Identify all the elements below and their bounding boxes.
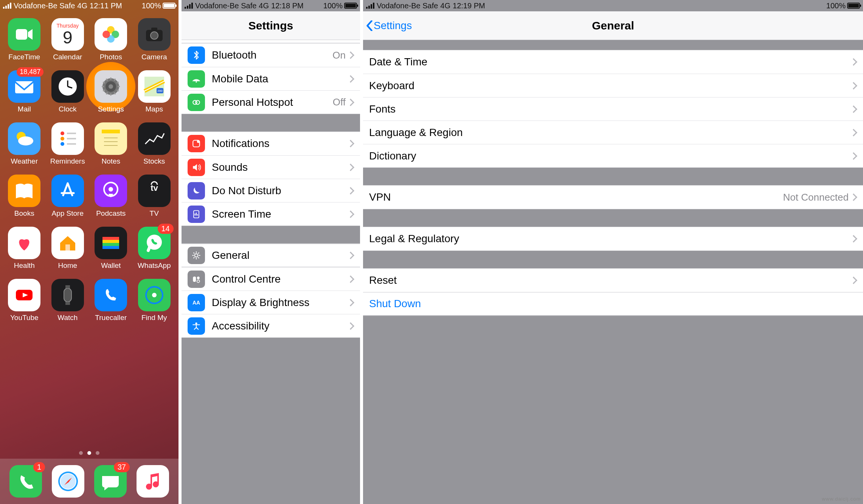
row-fonts[interactable]: Fonts	[363, 97, 863, 121]
general-icon	[188, 247, 205, 264]
page-indicator[interactable]	[0, 451, 178, 455]
status-time: 12:18 PM	[271, 2, 304, 10]
home-icon	[51, 227, 84, 259]
page-title: General	[592, 19, 634, 32]
row-display-brightness[interactable]: AADisplay & Brightness	[182, 291, 360, 314]
app-label: YouTube	[10, 314, 39, 322]
app-mail[interactable]: 18,487Mail	[6, 70, 43, 113]
chevron-right-icon	[347, 299, 354, 306]
row-language-region[interactable]: Language & Region	[363, 121, 863, 144]
dock-app-phone[interactable]: 1	[9, 465, 42, 498]
svg-rect-8	[15, 81, 33, 93]
panel-general: Vodafone-Be Safe 4G 12:19 PM 100% Settin…	[363, 0, 863, 504]
app-truecaller[interactable]: Truecaller	[93, 279, 129, 322]
clock-icon	[51, 70, 84, 103]
row-notifications[interactable]: Notifications	[182, 132, 360, 155]
row-shut-down[interactable]: Shut Down	[363, 292, 863, 315]
row-mobile-data[interactable]: Mobile Data	[182, 67, 360, 90]
row-reset[interactable]: Reset	[363, 269, 863, 292]
svg-rect-47	[102, 240, 119, 243]
back-label: Settings	[374, 20, 412, 32]
dock-app-messages[interactable]: 37	[94, 465, 127, 498]
screen-time-icon	[188, 206, 205, 223]
row-label: VPN	[369, 191, 783, 203]
weather-icon	[8, 122, 40, 155]
back-button[interactable]: Settings	[366, 20, 412, 32]
svg-rect-53	[65, 285, 70, 288]
row-label: Control Centre	[212, 273, 348, 285]
sounds-icon	[188, 159, 205, 176]
app-whatsapp[interactable]: 14WhatsApp	[136, 227, 173, 270]
podcasts-icon	[95, 175, 127, 207]
app-notes[interactable]: Notes	[93, 122, 129, 165]
app-label: Stocks	[143, 157, 165, 165]
battery-icon	[344, 3, 357, 9]
app-home[interactable]: Home	[50, 227, 86, 270]
status-time: 12:11 PM	[90, 2, 122, 10]
row-sounds[interactable]: Sounds	[182, 155, 360, 179]
svg-point-31	[18, 136, 33, 145]
row-personal-hotspot[interactable]: Personal HotspotOff	[182, 90, 360, 114]
svg-point-96	[195, 254, 198, 257]
app-watch[interactable]: Watch	[50, 279, 86, 322]
svg-rect-54	[65, 302, 70, 305]
badge: 37	[114, 462, 130, 472]
app-settings-highlighted[interactable]: Settings	[93, 70, 129, 113]
app-weather[interactable]: Weather	[6, 122, 43, 165]
svg-rect-45	[65, 244, 70, 250]
row-general[interactable]: General	[182, 244, 360, 267]
find-my-icon	[138, 279, 171, 311]
app-podcasts[interactable]: Podcasts	[93, 175, 129, 218]
app-camera[interactable]: Camera	[136, 18, 173, 61]
app-wallet[interactable]: Wallet	[93, 227, 129, 270]
app-label: Podcasts	[96, 209, 126, 218]
svg-rect-49	[102, 246, 119, 249]
accessibility-icon	[188, 317, 205, 335]
photos-icon	[95, 18, 127, 51]
app-app-store[interactable]: App Store	[50, 175, 86, 218]
chevron-right-icon	[850, 193, 857, 201]
row-control-centre[interactable]: Control Centre	[182, 267, 360, 291]
badge: 18,487	[17, 67, 43, 77]
dock-app-safari[interactable]	[52, 465, 84, 498]
bluetooth-icon	[188, 46, 205, 64]
panel-home-screen: Vodafone-Be Safe 4G 12:11 PM 100% FaceTi…	[0, 0, 178, 504]
row-keyboard[interactable]: Keyboard	[363, 74, 863, 97]
app-books[interactable]: Books	[6, 175, 43, 218]
svg-line-104	[198, 253, 199, 254]
app-reminders[interactable]: Reminders	[50, 122, 86, 165]
row-label: Language & Region	[369, 127, 851, 139]
app-clock[interactable]: Clock	[50, 70, 86, 113]
svg-point-33	[61, 137, 64, 141]
row-legal-regulatory[interactable]: Legal & Regulatory	[363, 227, 863, 250]
app-health[interactable]: Health	[6, 227, 43, 270]
row-vpn[interactable]: VPNNot Connected	[363, 186, 863, 209]
app-youtube[interactable]: YouTube	[6, 279, 43, 322]
row-bluetooth[interactable]: BluetoothOn	[182, 43, 360, 67]
svg-point-76	[196, 81, 197, 83]
row-dictionary[interactable]: Dictionary	[363, 144, 863, 167]
row-date-time[interactable]: Date & Time	[363, 50, 863, 74]
dock-app-music[interactable]	[137, 465, 169, 498]
row-accessibility[interactable]: Accessibility	[182, 314, 360, 337]
row-label: Legal & Regulatory	[369, 233, 851, 245]
svg-rect-38	[102, 130, 120, 133]
page-title: Settings	[248, 19, 293, 32]
app-find-my[interactable]: Find My	[136, 279, 173, 322]
svg-point-57	[152, 293, 157, 297]
chevron-right-icon	[850, 152, 857, 160]
svg-point-78	[196, 100, 200, 104]
app-calendar[interactable]: Thursday9Calendar	[50, 18, 86, 61]
row-screen-time[interactable]: Screen Time	[182, 202, 360, 226]
app-label: Home	[58, 261, 77, 270]
status-bar: Vodafone-Be Safe 4G 12:11 PM 100%	[0, 0, 178, 11]
app-tv[interactable]: tvTV	[136, 175, 173, 218]
app-maps[interactable]: 280Maps	[136, 70, 173, 113]
svg-point-32	[61, 131, 64, 135]
app-facetime[interactable]: FaceTime	[6, 18, 43, 61]
status-battery-pct: 100%	[323, 2, 343, 10]
row-do-not-disturb[interactable]: Do Not Disturb	[182, 179, 360, 202]
app-photos[interactable]: Photos	[93, 18, 129, 61]
app-stocks[interactable]: Stocks	[136, 122, 173, 165]
battery-icon	[847, 3, 860, 9]
